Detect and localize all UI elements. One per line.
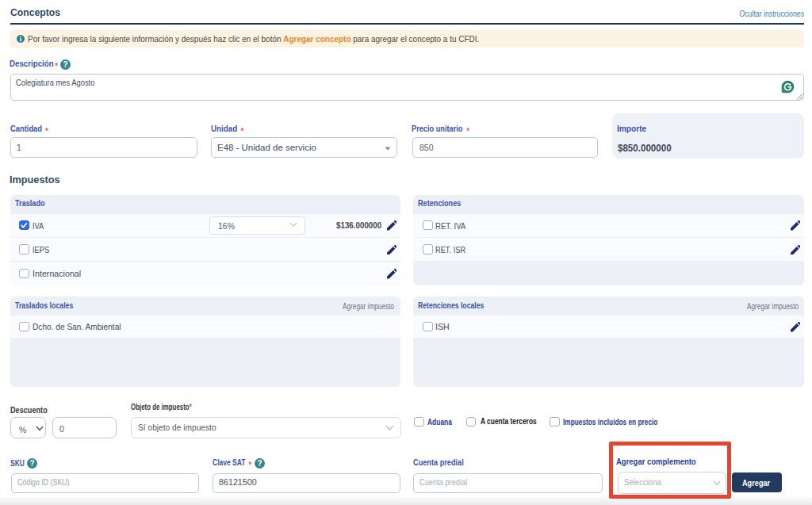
svg-text:?: ? xyxy=(30,458,35,467)
svg-text:?: ? xyxy=(63,59,67,68)
svg-text:?: ? xyxy=(257,458,262,467)
